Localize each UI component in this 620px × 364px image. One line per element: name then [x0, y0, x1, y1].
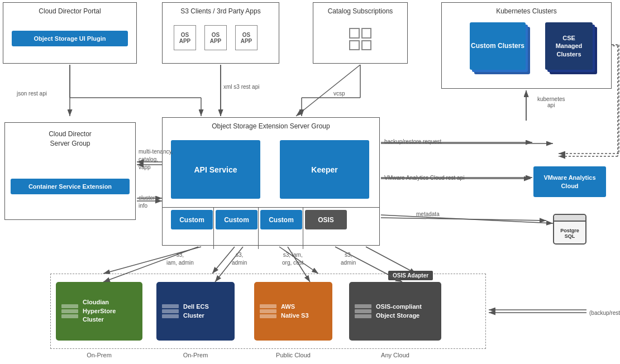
any-cloud-label: Any Cloud [349, 352, 441, 358]
ose-server-group-label: Object Storage Extension Server Group [163, 122, 379, 130]
kubernetes-clusters-box: Kubernetes Clusters Custom Clusters CSEM… [441, 2, 612, 89]
clusters-info-label: clustersinfo [139, 194, 158, 210]
s3-iam-admin-label: s3,iam, admin [166, 251, 194, 267]
svg-line-15 [212, 247, 235, 274]
xml-s3-rest-api-label: xml s3 rest api [223, 84, 259, 90]
api-service-btn: API Service [171, 140, 260, 199]
ose-server-group-box: Object Storage Extension Server Group AP… [162, 117, 380, 246]
cloudian-server-icon [61, 304, 78, 318]
aws-native-s3-box: AWSNative S3 [254, 282, 332, 341]
vmware-analytics-cloud-box: VMware Analytics Cloud [533, 166, 606, 197]
catalog-subscriptions-label: Catalog Subscriptions [313, 7, 407, 15]
svg-line-35 [381, 218, 546, 221]
os-app-icon-3: OS APP [235, 25, 257, 50]
kubernetes-api-label: kubernetesapi [537, 96, 565, 108]
kubernetes-clusters-label: Kubernetes Clusters [442, 7, 611, 15]
s3-admin-1-label: s3,admin [232, 251, 247, 267]
cloudian-box: CloudianHyperStore Cluster [56, 282, 142, 341]
svg-line-17 [366, 247, 416, 274]
cloud-director-portal-label: Cloud Director Portal [3, 7, 136, 15]
cse-label: Container Service Extension [28, 183, 112, 190]
aws-server-icon [260, 304, 276, 318]
cloudian-label: CloudianHyperStore Cluster [83, 298, 137, 324]
custom2-label: Custom [224, 216, 249, 224]
osis-btn: OSIS [305, 210, 347, 229]
osis-label: OSIS [318, 216, 334, 224]
vmware-analytics-label: VMware Analytics Cloud [538, 174, 602, 190]
on-prem-1-label: On-Prem [56, 352, 142, 358]
s3-backup-restore-label: s3,(backup/restore) [589, 301, 620, 317]
s3-clients-box: S3 Clients / 3rd Party Apps OS APP OS AP… [162, 2, 279, 64]
osis-compliant-box: OSIS-compliantObject Storage [349, 282, 441, 341]
cloud-director-portal-box: Cloud Director Portal Object Storage UI … [3, 2, 137, 64]
catalog-icon [313, 28, 407, 50]
dell-ecs-box: Dell ECSCluster [156, 282, 235, 341]
dell-ecs-server-icon [162, 304, 179, 318]
aws-label: AWSNative S3 [281, 303, 309, 320]
catalog-subscriptions-box: Catalog Subscriptions [313, 2, 408, 64]
on-prem-2-label: On-Prem [156, 352, 235, 358]
object-storage-ui-plugin-btn[interactable]: Object Storage UI Plugin [12, 31, 128, 46]
dell-ecs-label: Dell ECSCluster [183, 303, 209, 320]
custom-3-btn: Custom [260, 210, 302, 229]
cse-managed-clusters-box: CSEManagedClusters [545, 22, 593, 70]
container-service-extension-btn[interactable]: Container Service Extension [11, 179, 130, 194]
custom1-label: Custom [179, 216, 204, 224]
osis-server-icon [355, 304, 371, 318]
keeper-label: Keeper [311, 165, 337, 174]
multi-tenancy-label: multi-tenancy,catalog,vapp [139, 148, 173, 171]
os-app-icon-2: OS APP [204, 25, 227, 50]
metadata-label: metadata [416, 211, 440, 217]
json-rest-api-label: json rest api [17, 90, 47, 97]
custom-2-btn: Custom [216, 210, 257, 229]
keeper-btn: Keeper [280, 140, 369, 199]
s3-clients-label: S3 Clients / 3rd Party Apps [163, 7, 279, 15]
s3-iam-org-cost-label: s3, iam,org, cost [282, 251, 303, 267]
custom3-label: Custom [269, 216, 294, 224]
osis-compliant-label: OSIS-compliantObject Storage [376, 303, 422, 320]
svg-line-13 [381, 215, 553, 223]
cloud-director-server-group-label: Cloud DirectorServer Group [5, 130, 135, 149]
backup-restore-label: backup/restore request [384, 138, 441, 145]
postgres-sql-box: Postgre SQL [547, 211, 592, 247]
portal-title-text: Cloud Director Portal [39, 7, 101, 15]
custom-1-btn: Custom [171, 210, 213, 229]
vmware-analytics-rest-label: VMware Analytics Cloud rest api [384, 175, 464, 181]
osis-adapter-label: OSIS Adapter [388, 271, 433, 280]
cloud-director-server-group-box: Cloud DirectorServer Group Container Ser… [4, 122, 136, 220]
s3-admin-2-label: s3,admin [341, 251, 356, 267]
os-app-icon-1: OS APP [174, 25, 196, 50]
api-service-label: API Service [194, 165, 237, 174]
public-cloud-label: Public Cloud [254, 352, 332, 358]
svg-line-4 [296, 65, 360, 116]
architecture-diagram: Cloud Director Portal Object Storage UI … [0, 0, 620, 364]
custom-clusters-label: Custom Clusters [471, 42, 524, 50]
vcsp-label: vcsp [333, 90, 345, 97]
custom-clusters-box: Custom Clusters [470, 22, 526, 70]
